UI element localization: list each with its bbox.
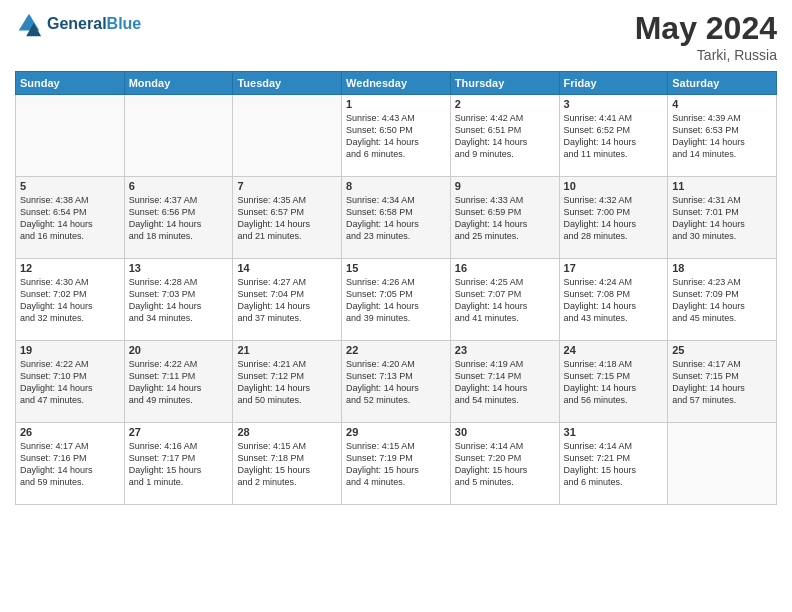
day-number: 20 <box>129 344 229 356</box>
calendar-header-wednesday: Wednesday <box>342 72 451 95</box>
calendar-cell: 18Sunrise: 4:23 AM Sunset: 7:09 PM Dayli… <box>668 259 777 341</box>
day-number: 6 <box>129 180 229 192</box>
day-number: 22 <box>346 344 446 356</box>
calendar-header-thursday: Thursday <box>450 72 559 95</box>
day-info: Sunrise: 4:27 AM Sunset: 7:04 PM Dayligh… <box>237 276 337 325</box>
day-info: Sunrise: 4:15 AM Sunset: 7:19 PM Dayligh… <box>346 440 446 489</box>
day-info: Sunrise: 4:14 AM Sunset: 7:20 PM Dayligh… <box>455 440 555 489</box>
header: GeneralBlue May 2024 Tarki, Russia <box>15 10 777 63</box>
calendar-cell: 8Sunrise: 4:34 AM Sunset: 6:58 PM Daylig… <box>342 177 451 259</box>
calendar-cell: 2Sunrise: 4:42 AM Sunset: 6:51 PM Daylig… <box>450 95 559 177</box>
calendar-cell: 17Sunrise: 4:24 AM Sunset: 7:08 PM Dayli… <box>559 259 668 341</box>
day-info: Sunrise: 4:39 AM Sunset: 6:53 PM Dayligh… <box>672 112 772 161</box>
day-number: 5 <box>20 180 120 192</box>
calendar-header-saturday: Saturday <box>668 72 777 95</box>
calendar-cell: 1Sunrise: 4:43 AM Sunset: 6:50 PM Daylig… <box>342 95 451 177</box>
calendar-cell: 11Sunrise: 4:31 AM Sunset: 7:01 PM Dayli… <box>668 177 777 259</box>
title-block: May 2024 Tarki, Russia <box>635 10 777 63</box>
day-info: Sunrise: 4:14 AM Sunset: 7:21 PM Dayligh… <box>564 440 664 489</box>
day-info: Sunrise: 4:16 AM Sunset: 7:17 PM Dayligh… <box>129 440 229 489</box>
day-number: 24 <box>564 344 664 356</box>
day-info: Sunrise: 4:32 AM Sunset: 7:00 PM Dayligh… <box>564 194 664 243</box>
day-number: 16 <box>455 262 555 274</box>
day-info: Sunrise: 4:31 AM Sunset: 7:01 PM Dayligh… <box>672 194 772 243</box>
calendar-week-row: 19Sunrise: 4:22 AM Sunset: 7:10 PM Dayli… <box>16 341 777 423</box>
day-info: Sunrise: 4:28 AM Sunset: 7:03 PM Dayligh… <box>129 276 229 325</box>
calendar-cell: 19Sunrise: 4:22 AM Sunset: 7:10 PM Dayli… <box>16 341 125 423</box>
day-number: 1 <box>346 98 446 110</box>
calendar-cell: 16Sunrise: 4:25 AM Sunset: 7:07 PM Dayli… <box>450 259 559 341</box>
calendar-cell <box>124 95 233 177</box>
day-number: 29 <box>346 426 446 438</box>
day-number: 2 <box>455 98 555 110</box>
day-number: 18 <box>672 262 772 274</box>
calendar-cell: 28Sunrise: 4:15 AM Sunset: 7:18 PM Dayli… <box>233 423 342 505</box>
calendar-cell: 10Sunrise: 4:32 AM Sunset: 7:00 PM Dayli… <box>559 177 668 259</box>
day-info: Sunrise: 4:17 AM Sunset: 7:15 PM Dayligh… <box>672 358 772 407</box>
day-number: 31 <box>564 426 664 438</box>
calendar-cell: 20Sunrise: 4:22 AM Sunset: 7:11 PM Dayli… <box>124 341 233 423</box>
day-info: Sunrise: 4:20 AM Sunset: 7:13 PM Dayligh… <box>346 358 446 407</box>
day-number: 4 <box>672 98 772 110</box>
calendar-cell: 30Sunrise: 4:14 AM Sunset: 7:20 PM Dayli… <box>450 423 559 505</box>
calendar-cell: 4Sunrise: 4:39 AM Sunset: 6:53 PM Daylig… <box>668 95 777 177</box>
day-number: 17 <box>564 262 664 274</box>
day-number: 28 <box>237 426 337 438</box>
day-info: Sunrise: 4:22 AM Sunset: 7:11 PM Dayligh… <box>129 358 229 407</box>
day-number: 11 <box>672 180 772 192</box>
calendar-cell: 12Sunrise: 4:30 AM Sunset: 7:02 PM Dayli… <box>16 259 125 341</box>
calendar-cell: 29Sunrise: 4:15 AM Sunset: 7:19 PM Dayli… <box>342 423 451 505</box>
day-info: Sunrise: 4:33 AM Sunset: 6:59 PM Dayligh… <box>455 194 555 243</box>
calendar-cell <box>233 95 342 177</box>
calendar-header-sunday: Sunday <box>16 72 125 95</box>
day-info: Sunrise: 4:37 AM Sunset: 6:56 PM Dayligh… <box>129 194 229 243</box>
day-number: 21 <box>237 344 337 356</box>
calendar-cell: 26Sunrise: 4:17 AM Sunset: 7:16 PM Dayli… <box>16 423 125 505</box>
day-info: Sunrise: 4:42 AM Sunset: 6:51 PM Dayligh… <box>455 112 555 161</box>
day-info: Sunrise: 4:30 AM Sunset: 7:02 PM Dayligh… <box>20 276 120 325</box>
day-number: 15 <box>346 262 446 274</box>
day-info: Sunrise: 4:25 AM Sunset: 7:07 PM Dayligh… <box>455 276 555 325</box>
day-number: 19 <box>20 344 120 356</box>
calendar-cell: 14Sunrise: 4:27 AM Sunset: 7:04 PM Dayli… <box>233 259 342 341</box>
day-info: Sunrise: 4:26 AM Sunset: 7:05 PM Dayligh… <box>346 276 446 325</box>
day-number: 13 <box>129 262 229 274</box>
day-info: Sunrise: 4:34 AM Sunset: 6:58 PM Dayligh… <box>346 194 446 243</box>
day-info: Sunrise: 4:38 AM Sunset: 6:54 PM Dayligh… <box>20 194 120 243</box>
calendar-cell <box>668 423 777 505</box>
day-info: Sunrise: 4:35 AM Sunset: 6:57 PM Dayligh… <box>237 194 337 243</box>
calendar-cell: 9Sunrise: 4:33 AM Sunset: 6:59 PM Daylig… <box>450 177 559 259</box>
day-info: Sunrise: 4:18 AM Sunset: 7:15 PM Dayligh… <box>564 358 664 407</box>
day-number: 7 <box>237 180 337 192</box>
day-number: 25 <box>672 344 772 356</box>
day-info: Sunrise: 4:23 AM Sunset: 7:09 PM Dayligh… <box>672 276 772 325</box>
day-number: 14 <box>237 262 337 274</box>
calendar-header-friday: Friday <box>559 72 668 95</box>
calendar-week-row: 26Sunrise: 4:17 AM Sunset: 7:16 PM Dayli… <box>16 423 777 505</box>
day-info: Sunrise: 4:41 AM Sunset: 6:52 PM Dayligh… <box>564 112 664 161</box>
logo-text: GeneralBlue <box>47 15 141 33</box>
calendar-cell: 21Sunrise: 4:21 AM Sunset: 7:12 PM Dayli… <box>233 341 342 423</box>
calendar-cell: 22Sunrise: 4:20 AM Sunset: 7:13 PM Dayli… <box>342 341 451 423</box>
day-number: 23 <box>455 344 555 356</box>
day-info: Sunrise: 4:22 AM Sunset: 7:10 PM Dayligh… <box>20 358 120 407</box>
logo: GeneralBlue <box>15 10 141 38</box>
calendar-cell: 6Sunrise: 4:37 AM Sunset: 6:56 PM Daylig… <box>124 177 233 259</box>
day-info: Sunrise: 4:19 AM Sunset: 7:14 PM Dayligh… <box>455 358 555 407</box>
calendar-cell: 25Sunrise: 4:17 AM Sunset: 7:15 PM Dayli… <box>668 341 777 423</box>
day-number: 3 <box>564 98 664 110</box>
logo-icon <box>15 10 43 38</box>
calendar-header-monday: Monday <box>124 72 233 95</box>
day-number: 12 <box>20 262 120 274</box>
calendar-cell: 13Sunrise: 4:28 AM Sunset: 7:03 PM Dayli… <box>124 259 233 341</box>
page: GeneralBlue May 2024 Tarki, Russia Sunda… <box>0 0 792 612</box>
calendar-header-row: SundayMondayTuesdayWednesdayThursdayFrid… <box>16 72 777 95</box>
day-number: 8 <box>346 180 446 192</box>
calendar-cell: 7Sunrise: 4:35 AM Sunset: 6:57 PM Daylig… <box>233 177 342 259</box>
day-info: Sunrise: 4:21 AM Sunset: 7:12 PM Dayligh… <box>237 358 337 407</box>
day-number: 10 <box>564 180 664 192</box>
calendar-cell: 23Sunrise: 4:19 AM Sunset: 7:14 PM Dayli… <box>450 341 559 423</box>
calendar-cell: 3Sunrise: 4:41 AM Sunset: 6:52 PM Daylig… <box>559 95 668 177</box>
day-info: Sunrise: 4:43 AM Sunset: 6:50 PM Dayligh… <box>346 112 446 161</box>
calendar-cell: 31Sunrise: 4:14 AM Sunset: 7:21 PM Dayli… <box>559 423 668 505</box>
